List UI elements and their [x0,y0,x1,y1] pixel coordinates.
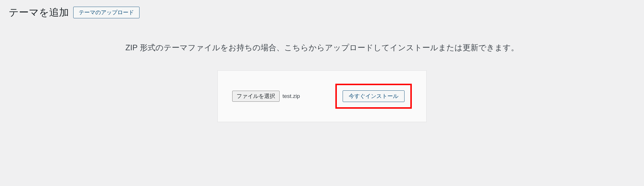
install-now-button[interactable]: 今すぐインストール [343,90,405,102]
selected-file-name: test.zip [282,93,300,99]
choose-file-button[interactable]: ファイルを選択 [232,91,280,102]
page-header: テーマを追加 テーマのアップロード [9,6,635,19]
file-section: ファイルを選択 test.zip [232,91,300,102]
upload-theme-button[interactable]: テーマのアップロード [73,7,139,18]
install-highlight: 今すぐインストール [335,84,412,109]
upload-description: ZIP 形式のテーマファイルをお持ちの場合、こちらからアップロードしてインストー… [9,42,635,53]
upload-form: ファイルを選択 test.zip 今すぐインストール [217,70,427,122]
page-title: テーマを追加 [9,6,69,19]
